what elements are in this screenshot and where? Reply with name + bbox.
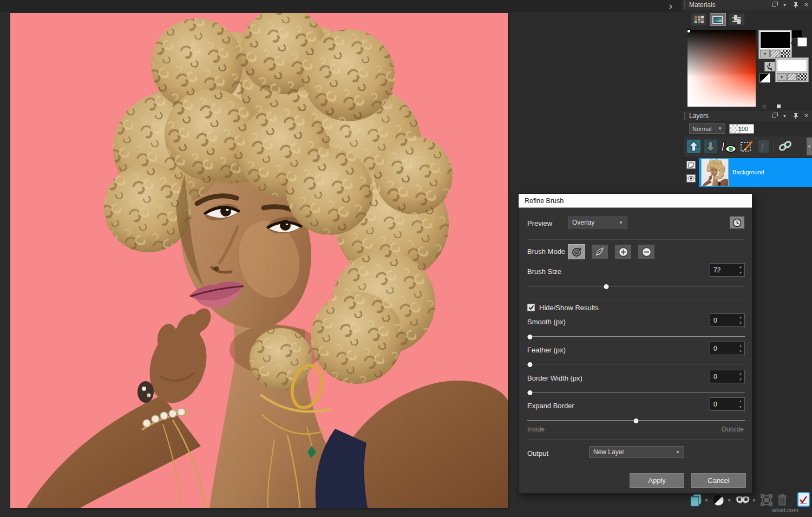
dialog-titlebar[interactable]: Refine Brush — [519, 194, 752, 208]
preview-dropdown[interactable]: Overlay ▼ — [568, 217, 627, 228]
foreground-color-swatch[interactable] — [760, 31, 790, 49]
materials-rainbow-tab[interactable] — [710, 14, 725, 25]
output-dropdown[interactable]: New Layer ▼ — [589, 446, 684, 458]
swap-property-colors-icon[interactable] — [791, 39, 797, 49]
layers-toolbar: f f ▼ — [684, 136, 812, 157]
spin-up-icon[interactable]: ▲ — [737, 398, 744, 404]
history-clock-icon[interactable] — [730, 217, 744, 228]
blend-mode-dropdown[interactable]: Normal ▼ — [689, 123, 725, 134]
delete-layer-icon[interactable] — [777, 494, 787, 508]
layers-toolbar-more-icon[interactable]: ▼ — [807, 138, 812, 155]
brush-size-label: Brush Size — [527, 267, 561, 276]
layer-row-background[interactable]: Background — [684, 158, 812, 187]
toolbar-strip — [0, 0, 681, 12]
materials-panel-header[interactable]: Materials ▾ ✕ — [684, 0, 812, 10]
border-width-input[interactable] — [710, 370, 737, 383]
slider-knob[interactable] — [528, 390, 533, 395]
new-layer-group-icon[interactable] — [761, 494, 772, 508]
spin-down-icon[interactable]: ▼ — [737, 270, 744, 277]
toolbar-overflow-chevron-icon[interactable]: › — [665, 0, 677, 12]
close-panel-icon[interactable]: ✕ — [803, 112, 810, 119]
spin-up-icon[interactable]: ▲ — [737, 314, 744, 320]
slider-knob[interactable] — [634, 418, 639, 423]
slider-knob[interactable] — [528, 362, 533, 367]
slider-knob[interactable] — [604, 284, 609, 289]
layer-visibility-eye-icon[interactable] — [686, 174, 696, 182]
brush-mode-add-icon[interactable] — [615, 245, 631, 259]
edit-text-icon[interactable] — [797, 492, 810, 509]
inside-label: Inside — [527, 426, 545, 433]
slider-knob[interactable] — [528, 335, 533, 339]
panel-grip[interactable] — [684, 1, 685, 9]
expand-border-input[interactable] — [710, 398, 737, 410]
background-color-button[interactable]: ▾ — [777, 73, 787, 81]
background-pattern-button[interactable] — [797, 73, 807, 81]
spin-down-icon[interactable]: ▼ — [737, 377, 744, 383]
color-gradient-picker[interactable] — [687, 30, 756, 107]
new-adjustment-layer-icon[interactable] — [712, 494, 724, 508]
layers-panel-header[interactable]: Layers ▾ ✕ — [684, 111, 812, 121]
swap-materials-icon[interactable] — [764, 62, 775, 71]
layer-thumbnail[interactable] — [702, 159, 728, 186]
close-panel-icon[interactable]: ✕ — [803, 1, 810, 8]
spin-up-icon[interactable]: ▲ — [737, 264, 744, 270]
new-layer-menu-icon[interactable]: ▼ — [704, 498, 709, 503]
brush-mode-subtract-icon[interactable] — [638, 245, 654, 259]
move-layer-up-icon[interactable] — [687, 140, 700, 155]
expand-border-slider[interactable] — [527, 418, 745, 424]
black-white-reset-icon[interactable] — [759, 73, 770, 83]
adjustment-layer-menu-icon[interactable]: ▼ — [727, 498, 731, 503]
refine-brush-dialog: Refine Brush Preview Overlay ▼ Brush Mod… — [518, 193, 752, 494]
panel-grip[interactable] — [684, 112, 685, 120]
mini-swap-icon[interactable]: ⤭ — [762, 104, 765, 110]
pin-panel-icon[interactable] — [792, 1, 799, 8]
canvas-image[interactable] — [10, 13, 508, 508]
hide-show-results-checkbox[interactable] — [527, 304, 535, 311]
spin-up-icon[interactable]: ▲ — [737, 342, 744, 349]
border-width-slider[interactable] — [527, 390, 745, 396]
panel-menu-icon[interactable]: ▾ — [781, 1, 788, 8]
smooth-input[interactable] — [710, 314, 737, 326]
script-icon[interactable]: f — [758, 140, 770, 155]
edit-selection-icon[interactable] — [740, 140, 754, 155]
brush-mode-feather-icon[interactable] — [592, 245, 608, 259]
feather-field: ▲▼ — [710, 342, 745, 355]
panel-menu-icon[interactable]: ▾ — [781, 112, 788, 119]
mini-swatch-icon[interactable] — [777, 104, 781, 108]
background-color-swatch[interactable] — [777, 59, 807, 72]
background-property-swatch[interactable] — [797, 37, 807, 47]
new-mask-layer-icon[interactable] — [736, 496, 750, 506]
brush-size-slider[interactable] — [527, 284, 745, 290]
link-layers-icon[interactable] — [778, 140, 793, 155]
smooth-slider[interactable] — [527, 334, 745, 340]
apply-button[interactable]: Apply — [630, 473, 684, 488]
cancel-button[interactable]: Cancel — [691, 473, 746, 488]
spin-down-icon[interactable]: ▼ — [737, 349, 744, 355]
brush-mode-auto-icon[interactable] — [568, 245, 585, 259]
spin-down-icon[interactable]: ▼ — [737, 320, 744, 327]
pin-panel-icon[interactable] — [792, 112, 799, 119]
feather-slider[interactable] — [527, 362, 745, 368]
foreground-pattern-button[interactable] — [781, 50, 790, 57]
materials-sliders-tab[interactable] — [729, 14, 744, 25]
materials-swatches-tab[interactable] — [691, 14, 706, 25]
background-gradient-button[interactable] — [787, 73, 797, 81]
foreground-color-button[interactable]: ▾ — [760, 50, 770, 57]
spin-down-icon[interactable]: ▼ — [737, 404, 744, 411]
move-layer-down-icon[interactable] — [704, 140, 717, 155]
mask-layer-menu-icon[interactable]: ▼ — [752, 498, 756, 503]
smooth-field: ▲▼ — [710, 313, 745, 327]
layer-opacity-field[interactable]: 100 — [729, 124, 754, 134]
foreground-gradient-button[interactable] — [770, 50, 780, 57]
float-panel-icon[interactable] — [770, 112, 777, 119]
foreground-material-group: ▾ — [759, 30, 791, 58]
new-layer-icon[interactable] — [690, 494, 702, 509]
brush-size-input[interactable] — [710, 264, 737, 276]
feather-input[interactable] — [710, 342, 737, 355]
spin-up-icon[interactable]: ▲ — [737, 370, 744, 377]
smooth-label: Smooth (px) — [527, 318, 566, 326]
new-adjustment-visibility-icon[interactable]: f — [722, 140, 737, 155]
gradient-cursor[interactable] — [687, 29, 691, 33]
hide-show-results-label: Hide/Show Results — [539, 304, 599, 312]
float-panel-icon[interactable] — [770, 1, 777, 8]
